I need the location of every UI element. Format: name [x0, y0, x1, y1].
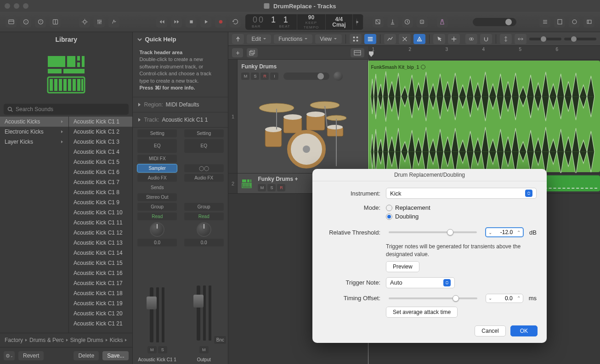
track-volume-slider[interactable]: [283, 73, 329, 80]
preset-item[interactable]: Acoustic Kick C1 7: [69, 177, 132, 187]
count-in-icon[interactable]: [402, 17, 413, 28]
preset-item[interactable]: Acoustic Kick C1 3: [69, 137, 132, 147]
notes-icon[interactable]: [554, 17, 565, 28]
hzoom-icon[interactable]: [515, 34, 526, 44]
global-tracks-button[interactable]: [351, 48, 364, 57]
mute-button[interactable]: M: [147, 346, 157, 353]
preset-item[interactable]: Acoustic Kick C1 14: [69, 248, 132, 258]
audiofx-slot[interactable]: Audio FX: [184, 174, 224, 182]
solo-button[interactable]: S: [251, 73, 259, 80]
preset-item[interactable]: Acoustic Kick C1 13: [69, 238, 132, 248]
list-view-icon[interactable]: [364, 34, 376, 44]
zoom-icon[interactable]: [23, 3, 28, 9]
preset-item[interactable]: Acoustic Kick C1 18: [69, 288, 132, 298]
preset-list[interactable]: Acoustic Kick C1 1Acoustic Kick C1 2Acou…: [69, 117, 132, 333]
browser-icon[interactable]: [583, 17, 594, 28]
threshold-stepper[interactable]: ⌄ ⌃: [485, 227, 524, 237]
delete-button[interactable]: Delete: [74, 351, 99, 360]
ok-button[interactable]: OK: [510, 325, 538, 336]
volume-fader[interactable]: [197, 286, 200, 341]
preset-item[interactable]: Acoustic Kick C1 6: [69, 167, 132, 177]
trigger-note-select[interactable]: Auto: [386, 277, 455, 288]
set-attack-button[interactable]: Set average attack time: [386, 307, 458, 318]
play-icon[interactable]: [200, 17, 211, 28]
cancel-button[interactable]: Cancel: [475, 325, 505, 336]
minimize-icon[interactable]: [14, 3, 19, 9]
functions-menu[interactable]: Functions: [274, 34, 312, 44]
mode-doubling-radio[interactable]: Doubling: [386, 213, 537, 220]
edit-menu[interactable]: Edit: [247, 34, 271, 44]
inspector-toggle-icon[interactable]: i: [20, 17, 31, 28]
group-slot[interactable]: Group: [137, 203, 177, 211]
stereo-icon[interactable]: ◯◯: [184, 164, 224, 172]
mixer-icon[interactable]: [94, 17, 105, 28]
eq-slot[interactable]: EQ: [137, 139, 177, 153]
save-button[interactable]: Save...: [102, 351, 129, 360]
preset-item[interactable]: Acoustic Kick C1 20: [69, 308, 132, 319]
record-enable-button[interactable]: R: [277, 184, 285, 191]
offset-value[interactable]: [494, 294, 515, 302]
preset-item[interactable]: Acoustic Kick C1 1: [69, 117, 132, 127]
marquee-tool-icon[interactable]: [448, 34, 460, 44]
chevron-up-icon[interactable]: ⌃: [515, 230, 523, 235]
preset-item[interactable]: Acoustic Kick C1 16: [69, 268, 132, 278]
preview-button[interactable]: Preview: [386, 261, 419, 272]
offset-stepper[interactable]: ⌄ ⌃: [486, 294, 523, 303]
chevron-up-icon[interactable]: ⌃: [515, 296, 523, 301]
playhead-icon[interactable]: [369, 51, 374, 57]
hierarchy-icon[interactable]: [232, 34, 244, 44]
pan-knob[interactable]: [197, 222, 211, 237]
setting-slot[interactable]: Setting: [137, 129, 177, 137]
track-pan-knob[interactable]: [334, 72, 343, 81]
preset-item[interactable]: Acoustic Kick C1 19: [69, 298, 132, 308]
preset-item[interactable]: Acoustic Kick C1 12: [69, 228, 132, 238]
smart-controls-icon[interactable]: [79, 17, 90, 28]
list-editors-icon[interactable]: [539, 17, 550, 28]
snap-icon[interactable]: [480, 34, 492, 44]
preset-item[interactable]: Acoustic Kick C1 8: [69, 187, 132, 197]
solo-button[interactable]: S: [158, 346, 167, 353]
preset-item[interactable]: Acoustic Kick C1 4: [69, 147, 132, 157]
close-icon[interactable]: [5, 3, 10, 9]
category-item[interactable]: Layer Kicks: [0, 137, 68, 147]
category-item[interactable]: Electronic Kicks: [0, 127, 68, 137]
record-enable-button[interactable]: R: [260, 73, 269, 80]
tuner-icon[interactable]: [387, 17, 398, 28]
search-input[interactable]: Search Sounds: [4, 104, 129, 115]
link-icon[interactable]: [465, 34, 477, 44]
preset-item[interactable]: Acoustic Kick C1 2: [69, 127, 132, 137]
record-icon[interactable]: [215, 17, 226, 28]
category-item[interactable]: Acoustic Kicks: [0, 117, 68, 127]
revert-button[interactable]: Revert: [18, 351, 44, 360]
preset-item[interactable]: Acoustic Kick C1 10: [69, 207, 132, 218]
metronome-icon[interactable]: [437, 17, 448, 28]
quickhelp-header[interactable]: Quick Help: [133, 32, 228, 46]
breadcrumb-item[interactable]: Kicks: [110, 337, 123, 343]
audio-region[interactable]: FunkSmash Kit_bip_1: [368, 61, 600, 172]
add-track-button[interactable]: +: [232, 48, 243, 57]
preset-item[interactable]: Acoustic Kick C1 11: [69, 218, 132, 228]
track-number[interactable]: 2: [228, 174, 238, 193]
gear-icon[interactable]: ⚙︎⌄: [4, 351, 15, 360]
stop-icon[interactable]: [186, 17, 197, 28]
flex-icon[interactable]: [399, 34, 411, 44]
preset-item[interactable]: Acoustic Kick C1 5: [69, 157, 132, 167]
offset-slider[interactable]: [389, 297, 477, 299]
vzoom-slider[interactable]: [529, 38, 561, 40]
forward-icon[interactable]: [171, 17, 182, 28]
duplicate-track-button[interactable]: [247, 48, 258, 57]
setting-slot[interactable]: Setting: [184, 129, 224, 137]
mute-button[interactable]: M: [199, 346, 209, 353]
pan-knob[interactable]: [150, 222, 164, 237]
breadcrumb[interactable]: FactoryDrums & PercSingle DrumsKicks: [0, 333, 132, 347]
output-slot[interactable]: Stereo Out: [137, 193, 177, 201]
catch-icon[interactable]: [413, 34, 425, 44]
volume-readout[interactable]: 0.0: [137, 239, 177, 246]
library-toggle-icon[interactable]: [6, 17, 17, 28]
lcd-display[interactable]: 00 1 1 BARBEAT 90 KEEP TEMPO 4/4 Cmaj: [245, 14, 363, 30]
solo-icon[interactable]: S: [417, 17, 428, 28]
breadcrumb-item[interactable]: Factory: [5, 337, 23, 343]
midifx-slot[interactable]: MIDI FX: [137, 155, 177, 162]
track-header[interactable]: Funky Drums M S R I: [238, 60, 368, 173]
threshold-value[interactable]: [494, 228, 515, 236]
